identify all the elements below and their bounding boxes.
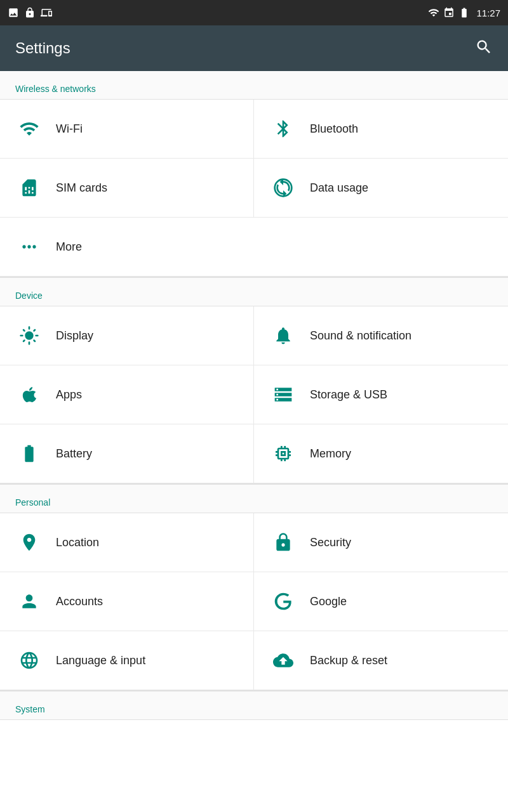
section-header-personal: Personal (0, 485, 508, 513)
storage-label: Storage & USB (310, 388, 387, 402)
settings-item-battery[interactable]: Battery (0, 424, 254, 483)
sound-icon (269, 322, 297, 350)
settings-item-backup[interactable]: Backup & reset (254, 631, 508, 690)
settings-item-sound[interactable]: Sound & notification (254, 306, 508, 365)
section-header-wireless: Wireless & networks (0, 71, 508, 100)
search-button[interactable] (475, 38, 493, 58)
accounts-icon (15, 587, 43, 615)
security-icon (269, 528, 297, 556)
device-grid: Display Sound & notification Apps Storag… (0, 306, 508, 483)
app-bar: Settings (0, 25, 508, 71)
settings-item-wifi[interactable]: Wi-Fi (0, 100, 254, 159)
apps-label: Apps (56, 388, 82, 402)
storage-icon (269, 381, 297, 409)
more-icon (15, 233, 43, 261)
sound-label: Sound & notification (310, 329, 411, 343)
more-label: More (56, 240, 82, 254)
settings-item-sim[interactable]: SIM cards (0, 159, 254, 218)
data-usage-icon (269, 174, 297, 202)
section-system: System (0, 691, 508, 720)
status-icons-right: 11:27 (428, 7, 500, 18)
personal-grid: Location Security Accounts Google (0, 513, 508, 690)
settings-item-storage[interactable]: Storage & USB (254, 365, 508, 424)
wireless-grid: Wi-Fi Bluetooth SIM cards Data usage (0, 100, 508, 277)
settings-item-location[interactable]: Location (0, 513, 254, 572)
battery-icon (15, 440, 43, 468)
language-icon (15, 646, 43, 674)
settings-item-data-usage[interactable]: Data usage (254, 159, 508, 218)
settings-item-security[interactable]: Security (254, 513, 508, 572)
security-label: Security (310, 536, 351, 549)
settings-item-memory[interactable]: Memory (254, 424, 508, 483)
google-icon (269, 587, 297, 615)
settings-item-google[interactable]: Google (254, 572, 508, 631)
settings-item-accounts[interactable]: Accounts (0, 572, 254, 631)
settings-item-bluetooth[interactable]: Bluetooth (254, 100, 508, 159)
wifi-label: Wi-Fi (56, 122, 83, 136)
bluetooth-label: Bluetooth (310, 122, 358, 136)
display-label: Display (56, 329, 93, 343)
settings-item-apps[interactable]: Apps (0, 365, 254, 424)
section-device: Device Display Sound & notification A (0, 278, 508, 485)
status-icons-left (8, 7, 52, 18)
wifi-icon (15, 115, 43, 143)
memory-icon (269, 440, 297, 468)
display-icon (15, 322, 43, 350)
backup-label: Backup & reset (310, 654, 387, 667)
google-label: Google (310, 595, 347, 608)
app-title: Settings (15, 39, 70, 57)
clock: 11:27 (476, 8, 500, 18)
section-header-system: System (0, 691, 508, 720)
apps-icon (15, 381, 43, 409)
accounts-label: Accounts (56, 595, 103, 608)
location-icon (15, 528, 43, 556)
data-usage-label: Data usage (310, 181, 368, 195)
section-wireless: Wireless & networks Wi-Fi Bluetooth SIM … (0, 71, 508, 278)
backup-icon (269, 646, 297, 674)
sim-label: SIM cards (56, 181, 107, 195)
memory-label: Memory (310, 447, 351, 461)
battery-label: Battery (56, 447, 92, 461)
sim-icon (15, 174, 43, 202)
status-bar: 11:27 (0, 0, 508, 25)
section-header-device: Device (0, 278, 508, 306)
settings-item-more[interactable]: More (0, 218, 508, 277)
settings-item-display[interactable]: Display (0, 306, 254, 365)
location-label: Location (56, 536, 99, 549)
settings-item-language[interactable]: Language & input (0, 631, 254, 690)
section-personal: Personal Location Security Accounts (0, 485, 508, 691)
language-label: Language & input (56, 654, 145, 667)
bluetooth-icon (269, 115, 297, 143)
